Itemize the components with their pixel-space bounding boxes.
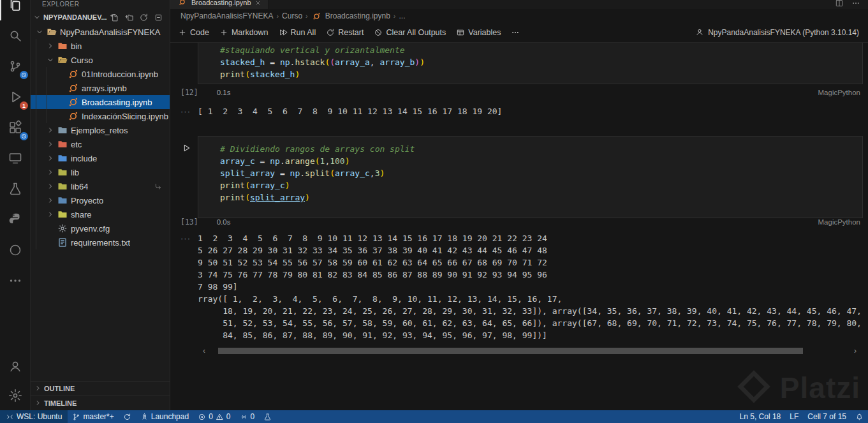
more-toolbar-actions-button[interactable]: [511, 28, 520, 37]
code-cell-editor[interactable]: #staquiando vertical y orizantalmentesta…: [198, 43, 863, 84]
tree-item-curso[interactable]: Curso: [31, 53, 170, 67]
run-all-button[interactable]: Run All: [279, 28, 316, 37]
new-folder-icon[interactable]: [124, 13, 134, 22]
output-menu-icon[interactable]: ···: [180, 105, 198, 117]
restart-kernel-button[interactable]: Restart: [326, 28, 364, 37]
activitybar-extensions[interactable]: [0, 112, 31, 143]
new-file-icon[interactable]: [110, 13, 119, 22]
statusbar-launchpad[interactable]: Launchpad: [136, 410, 193, 423]
tree-item-share[interactable]: share: [31, 207, 170, 221]
platzi-watermark: Platzi: [737, 369, 860, 406]
scroll-left-arrow[interactable]: ‹: [200, 347, 208, 355]
activitybar-source-control[interactable]: [0, 51, 31, 82]
code-cell-editor[interactable]: # Dividiendo rangos de arrays con splita…: [198, 136, 863, 218]
tree-item-broadcasting-ipynb[interactable]: Broadcasting.ipynb: [31, 95, 170, 109]
indent-guide: [36, 95, 47, 109]
folder-icon: [57, 181, 68, 191]
warning-icon: [216, 413, 224, 421]
breadcrumb-[interactable]: ...: [399, 11, 406, 20]
clock-badge: [20, 71, 28, 79]
clear-all-outputs-button[interactable]: Clear All Outputs: [374, 28, 446, 37]
tab-broadcasting-ipynb[interactable]: Broadcasting.ipynb: [170, 0, 268, 9]
breadcrumb-npypandaanalisisfyneka[interactable]: NpyPandaAnalisisFYNEKA: [180, 11, 273, 20]
tree-item-label: pyvenv.cfg: [71, 224, 110, 234]
tree-item-requirements-txt[interactable]: requirements.txt: [31, 235, 170, 249]
statusbar-git-branch[interactable]: master*+: [68, 410, 118, 423]
add-icon: [178, 28, 187, 37]
activitybar-search[interactable]: [0, 20, 31, 51]
statusbar-sync-changes[interactable]: [119, 410, 136, 423]
outline-panel-header[interactable]: OUTLINE: [31, 382, 170, 396]
activitybar-accounts[interactable]: [0, 352, 31, 381]
statusbar-cursor-position[interactable]: Ln 5, Col 18: [735, 410, 786, 423]
folder-open-icon: [57, 55, 68, 65]
chevron-right-icon: [47, 42, 57, 50]
workspace-section-header[interactable]: NPYPANDANUEV...: [31, 10, 170, 25]
tree-item-lib64[interactable]: lib64: [31, 179, 170, 193]
activitybar-python[interactable]: [0, 204, 31, 235]
activitybar-manage[interactable]: [0, 381, 31, 410]
statusbar-testing-status[interactable]: [259, 410, 276, 423]
kernel-picker[interactable]: NpyPandaAnalisisFYNEKA (Python 3.10.14): [695, 27, 859, 38]
collapse-folders-icon[interactable]: [154, 13, 163, 22]
tree-item-01introduccion-ipynb[interactable]: 01Introduccion.ipynb: [31, 67, 170, 81]
chevron-right-icon: [47, 154, 57, 162]
folder-open-icon: [46, 27, 57, 37]
scrollbar-track[interactable]: [208, 347, 851, 355]
folder-icon: [57, 41, 68, 51]
problems-label: 0: [209, 412, 213, 421]
output-text: [ 1 2 3 4 5 6 7 8 9 10 11 12 13 14 15 16…: [198, 105, 502, 117]
tree-item-npypandaanalisisfyneka[interactable]: NpyPandaAnalisisFYNEKA: [31, 25, 170, 39]
scroll-right-arrow[interactable]: ›: [851, 347, 859, 355]
indent-guide: [36, 179, 47, 193]
breadcrumb-label: NpyPandaAnalisisFYNEKA: [180, 11, 273, 20]
remote-icon: [6, 413, 14, 421]
activitybar-remote-explorer[interactable]: [0, 143, 31, 174]
gear-file-icon: [57, 223, 68, 234]
statusbar-eol-indicator[interactable]: LF: [785, 410, 803, 423]
activitybar-more-views[interactable]: [0, 265, 31, 296]
timeline-panel-header[interactable]: TIMELINE: [31, 396, 170, 410]
tree-item-lib[interactable]: lib: [31, 165, 170, 179]
execution-time: 0.0s: [217, 218, 231, 226]
variables-button[interactable]: Variables: [456, 28, 501, 37]
tree-item-ejemplos-retos[interactable]: Ejemplos_retos: [31, 123, 170, 137]
tree-item-etc[interactable]: etc: [31, 137, 170, 151]
scrollbar-thumb[interactable]: [218, 348, 803, 354]
execution-count: [12]: [180, 88, 198, 97]
notebook-icon: [311, 12, 323, 20]
tree-item-bin[interactable]: bin: [31, 39, 170, 53]
split-editor-icon[interactable]: [835, 0, 844, 8]
run-cell-button[interactable]: [180, 142, 192, 154]
statusbar-problems[interactable]: 00: [193, 410, 235, 423]
activitybar-jupyter[interactable]: [0, 235, 31, 265]
horizontal-scrollbar[interactable]: ‹›: [200, 347, 859, 355]
statusbar-cell-indicator[interactable]: Cell 7 of 15: [803, 410, 851, 423]
refresh-explorer-icon[interactable]: [139, 13, 149, 22]
statusbar-remote-indicator[interactable]: WSL: Ubuntu: [0, 410, 68, 423]
breadcrumb-curso[interactable]: Curso: [282, 11, 302, 20]
chev-down-icon: [47, 56, 54, 64]
add-code-cell-button[interactable]: Code: [178, 28, 209, 37]
cell-language[interactable]: MagicPython: [818, 89, 860, 96]
tree-item-pyvenv-cfg[interactable]: pyvenv.cfg: [31, 221, 170, 235]
activitybar-explorer[interactable]: [0, 0, 31, 20]
more-editor-actions-icon[interactable]: [851, 0, 860, 8]
statusbar-ports[interactable]: 0: [235, 410, 260, 423]
tree-item-arrays-ipynb[interactable]: arrays.ipynb: [31, 81, 170, 95]
add-markdown-cell-button[interactable]: Markdown: [219, 28, 268, 37]
output-menu-icon[interactable]: ···: [180, 232, 198, 244]
cell-language[interactable]: MagicPython: [818, 218, 860, 226]
notebook-icon: [177, 0, 188, 6]
chev-right-icon: [47, 168, 54, 176]
tree-item-proyecto[interactable]: Proyecto: [31, 193, 170, 207]
activitybar-run-and-debug[interactable]: 1: [0, 82, 31, 112]
chevron-right-icon: [47, 182, 57, 190]
statusbar-notifications[interactable]: [851, 410, 868, 423]
indent-guide: [47, 67, 57, 81]
breadcrumb-broadcasting-ipynb[interactable]: Broadcasting.ipynb: [311, 11, 390, 20]
close-icon[interactable]: [254, 0, 261, 6]
tree-item-indexaci-nslicing-ipynb[interactable]: IndexaciónSlicing.ipynb: [31, 109, 170, 123]
tree-item-include[interactable]: include: [31, 151, 170, 165]
activitybar-testing[interactable]: [0, 174, 31, 204]
